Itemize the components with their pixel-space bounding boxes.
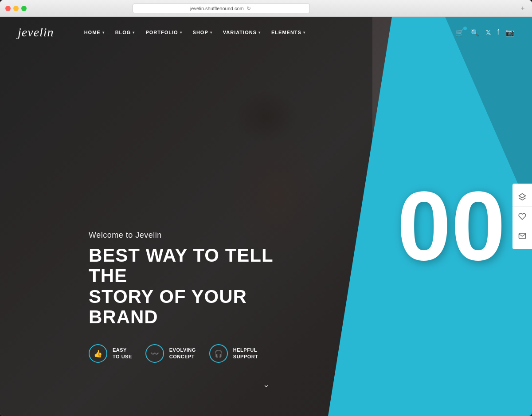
svg-marker-0 — [519, 193, 526, 198]
feature-evolving-concept: 〰️ EVOLVING CONCEPT — [145, 344, 196, 363]
feature-helpful-support: 🎧 HELPFUL SUPPORT — [209, 344, 258, 363]
chevron-down-icon: ▾ — [180, 31, 182, 35]
website-content: 00 jevelin HOME ▾ BLOG ▾ PORTFOLIO — [0, 17, 532, 416]
browser-window: jevelin.shufflehound.com ↻ + 00 jevelin — [0, 0, 532, 416]
feature-easy-label: EASY TO USE — [113, 347, 132, 361]
twitter-icon[interactable]: 𝕏 — [485, 28, 491, 37]
nav-item-home[interactable]: HOME ▾ — [81, 28, 108, 37]
big-number-text: 00 — [397, 177, 505, 275]
instagram-icon[interactable]: 📷 — [505, 28, 514, 37]
url-text: jevelin.shufflehound.com — [190, 6, 244, 11]
minimize-button[interactable] — [13, 6, 19, 11]
chevron-down-icon: ▾ — [133, 31, 135, 35]
big-number-display: 00 — [397, 177, 505, 275]
sidebar-mail-icon[interactable] — [512, 226, 532, 246]
new-tab-button[interactable]: + — [519, 4, 527, 12]
chevron-down-icon: ▾ — [102, 31, 105, 35]
hero-section: 00 jevelin HOME ▾ BLOG ▾ PORTFOLIO — [0, 17, 532, 416]
hero-features: 👍 EASY TO USE 〰️ EVOLVING CONCEPT 🎧 — [89, 344, 258, 363]
main-navigation: jevelin HOME ▾ BLOG ▾ PORTFOLIO ▾ — [0, 17, 532, 48]
thumbs-up-icon: 👍 — [89, 344, 107, 363]
address-bar[interactable]: jevelin.shufflehound.com ↻ — [133, 4, 310, 13]
browser-titlebar: jevelin.shufflehound.com ↻ + — [0, 0, 532, 17]
nav-item-elements[interactable]: ELEMENTS ▾ — [268, 28, 309, 37]
feature-evolving-label: EVOLVING CONCEPT — [169, 347, 196, 361]
site-logo[interactable]: jevelin — [18, 25, 54, 39]
close-button[interactable] — [5, 6, 11, 11]
chevron-down-icon: ▾ — [303, 31, 305, 35]
search-icon[interactable]: 🔍 — [470, 28, 479, 37]
nav-item-blog[interactable]: BLOG ▾ — [112, 28, 139, 37]
cart-icon[interactable]: 🛒 — [455, 28, 464, 37]
cart-badge-dot — [463, 27, 467, 30]
sidebar-heart-icon[interactable] — [512, 207, 532, 226]
headphones-icon: 🎧 — [209, 344, 228, 363]
chevron-down-icon: ▾ — [258, 31, 261, 35]
nav-item-shop[interactable]: SHOP ▾ — [189, 28, 216, 37]
hero-title: BEST WAY TO TELL THE STORY OF YOUR BRAND — [89, 245, 310, 327]
nav-menu: HOME ▾ BLOG ▾ PORTFOLIO ▾ SHOP ▾ — [81, 28, 455, 37]
scroll-down-arrow[interactable]: ⌄ — [263, 380, 270, 389]
hero-subtitle: Welcome to Jevelin — [89, 231, 310, 240]
sidebar-action-icons — [512, 184, 532, 249]
nav-item-portfolio[interactable]: PORTFOLIO ▾ — [142, 28, 185, 37]
pulse-icon: 〰️ — [145, 344, 164, 363]
traffic-lights — [5, 6, 27, 11]
sidebar-layers-icon[interactable] — [512, 187, 532, 207]
maximize-button[interactable] — [21, 6, 27, 11]
feature-support-label: HELPFUL SUPPORT — [233, 347, 258, 361]
refresh-icon[interactable]: ↻ — [246, 5, 251, 12]
facebook-icon[interactable]: f — [497, 28, 499, 36]
nav-item-variations[interactable]: VARIATIONS ▾ — [219, 28, 264, 37]
hero-text-content: Welcome to Jevelin BEST WAY TO TELL THE … — [89, 231, 310, 327]
feature-easy-to-use: 👍 EASY TO USE — [89, 344, 132, 363]
nav-social-icons: 🛒 🔍 𝕏 f 📷 — [455, 28, 514, 37]
chevron-down-icon: ▾ — [210, 31, 212, 35]
